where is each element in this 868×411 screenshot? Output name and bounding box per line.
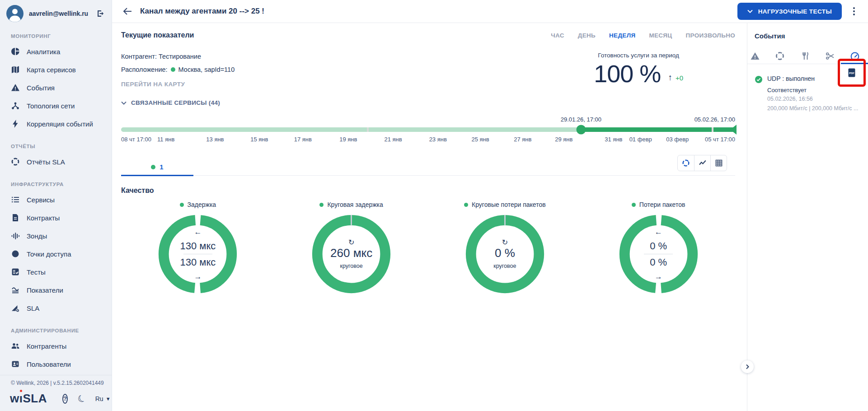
location-value: Москва, sapId=110 bbox=[178, 66, 235, 73]
period-tab-week[interactable]: НЕДЕЛЯ bbox=[609, 32, 635, 39]
round-trip-delay-value: 260 мкс bbox=[330, 246, 372, 260]
tick-label: 15 янв bbox=[250, 136, 268, 143]
maintenance-tab-icon[interactable] bbox=[799, 50, 811, 62]
sidebar-item-topology[interactable]: Топология сети bbox=[0, 97, 112, 115]
sidebar-item-analytics[interactable]: Аналитика bbox=[0, 42, 112, 61]
sidebar-item-indicators[interactable]: Показатели bbox=[0, 281, 112, 299]
active-tab-underline bbox=[121, 175, 193, 176]
sidebar-item-counterparties[interactable]: Контрагенты bbox=[0, 337, 112, 355]
quality-section-title: Качество bbox=[121, 187, 735, 195]
annotation-highlight-box: PDF bbox=[838, 59, 866, 87]
sla-events-tab-icon[interactable] bbox=[774, 50, 786, 62]
scissors-tab-icon[interactable] bbox=[824, 50, 836, 62]
checklist-icon bbox=[11, 267, 20, 276]
related-services-toggle[interactable]: СВЯЗАННЫЕ СЕРВИСЫ (44) bbox=[121, 99, 735, 106]
events-panel: События bbox=[747, 23, 868, 411]
tick-label: 21 янв bbox=[384, 136, 402, 143]
help-icon[interactable]: ? bbox=[62, 394, 68, 404]
donut-round-trip-delay: Круговая задержка ↻ 260 мкс круговое bbox=[275, 201, 428, 294]
dark-mode-moon-icon[interactable]: ☾ bbox=[76, 392, 88, 406]
delay-forward-value: 130 мкс bbox=[180, 240, 216, 252]
kebab-menu-icon[interactable] bbox=[848, 5, 860, 18]
trend-up-arrow-icon: ↑ bbox=[668, 73, 672, 83]
service-tab-1[interactable]: 1 bbox=[121, 159, 193, 175]
tick-label: 08 чт 17:00 bbox=[121, 136, 151, 143]
svg-text:PDF: PDF bbox=[849, 72, 854, 75]
slider-tick-labels: 08 чт 17:00 11 янв 13 янв 15 янв 17 янв … bbox=[121, 136, 735, 144]
track-notch bbox=[367, 127, 369, 132]
sidebar-item-tests[interactable]: Тесты bbox=[0, 263, 112, 281]
equalizer-icon bbox=[11, 231, 20, 240]
round-trip-icon: ↻ bbox=[502, 239, 508, 246]
event-status: Соответствует bbox=[767, 87, 861, 93]
quality-donuts: Задержка ← 130 мкс 130 мкс → bbox=[121, 201, 735, 294]
sidebar-item-label: Корреляция событий bbox=[27, 120, 93, 128]
lightning-icon bbox=[11, 119, 20, 128]
sidebar-item-label: Аналитика bbox=[27, 48, 60, 56]
map-icon bbox=[11, 65, 20, 74]
waves-icon bbox=[11, 285, 20, 294]
event-throughput: 200,000 Мбит/с | 200,000 Мбит/с ... bbox=[767, 105, 861, 112]
success-check-icon bbox=[755, 75, 763, 112]
chevron-down-icon bbox=[747, 9, 753, 13]
period-tab-custom[interactable]: ПРОИЗВОЛЬНО bbox=[686, 32, 736, 39]
service-tab-label: 1 bbox=[160, 163, 163, 171]
events-title: События bbox=[755, 32, 861, 40]
event-timestamp: 05.02.2026, 16:56 bbox=[767, 95, 861, 103]
chart-view-button[interactable] bbox=[694, 155, 710, 171]
sidebar-item-label: Сервисы bbox=[27, 196, 55, 204]
refresh-button[interactable] bbox=[678, 155, 694, 171]
slider-right-handle[interactable] bbox=[730, 125, 737, 135]
sidebar-item-service-map[interactable]: Карта сервисов bbox=[0, 61, 112, 79]
sidebar-item-events[interactable]: События bbox=[0, 79, 112, 97]
period-tab-day[interactable]: ДЕНЬ bbox=[578, 32, 596, 39]
tick-label: 23 янв bbox=[429, 136, 447, 143]
period-tab-hour[interactable]: ЧАС bbox=[551, 32, 564, 39]
slider-track[interactable] bbox=[121, 127, 735, 132]
selection-start-label: 29.01.26, 17:00 bbox=[561, 116, 601, 123]
dashed-circle-icon bbox=[11, 157, 20, 166]
table-view-button[interactable] bbox=[710, 155, 727, 171]
view-switcher bbox=[677, 155, 727, 171]
logout-icon[interactable] bbox=[96, 9, 105, 18]
alerts-tab-warning-icon[interactable] bbox=[749, 50, 761, 62]
user-row[interactable]: aavrelin@wellink.ru bbox=[0, 5, 112, 23]
round-trip-icon: ↻ bbox=[348, 239, 354, 246]
language-selector[interactable]: Ru ▼ bbox=[95, 395, 111, 402]
slider-left-handle[interactable] bbox=[576, 125, 586, 135]
collapse-panel-button[interactable] bbox=[741, 360, 754, 373]
period-tab-month[interactable]: МЕСЯЦ bbox=[649, 32, 672, 39]
arrow-right-icon: → bbox=[194, 273, 202, 280]
section-title-monitoring: МОНИТОРИНГ bbox=[0, 33, 112, 39]
go-to-map-link[interactable]: ПЕРЕЙТИ НА КАРТУ bbox=[121, 81, 594, 88]
language-label: Ru bbox=[95, 395, 103, 402]
people-icon bbox=[11, 341, 20, 350]
back-arrow-icon[interactable] bbox=[122, 6, 132, 16]
sidebar-item-probes[interactable]: Зонды bbox=[0, 227, 112, 245]
pdf-download-icon[interactable]: PDF bbox=[846, 67, 857, 78]
sidebar-item-contracts[interactable]: Контракты bbox=[0, 209, 112, 227]
delay-back-value: 130 мкс bbox=[180, 256, 216, 269]
sidebar-item-sla[interactable]: SLA bbox=[0, 299, 112, 317]
sidebar-item-sla-reports[interactable]: Отчёты SLA bbox=[0, 153, 112, 171]
arrow-left-icon: ← bbox=[194, 228, 202, 236]
legend-dot bbox=[632, 203, 636, 207]
user-card-icon bbox=[11, 360, 20, 369]
load-tests-button[interactable]: НАГРУЗОЧНЫЕ ТЕСТЫ bbox=[737, 3, 842, 20]
tick-label: 11 янв bbox=[157, 136, 174, 143]
sidebar-item-event-correlation[interactable]: Корреляция событий bbox=[0, 115, 112, 133]
tick-label: 19 янв bbox=[339, 136, 357, 143]
sidebar-item-users[interactable]: Пользователи bbox=[0, 355, 112, 373]
sidebar-item-label: Карта сервисов bbox=[27, 66, 76, 74]
tick-label: 17 янв bbox=[294, 136, 312, 143]
sidebar-item-access-points[interactable]: Точки доступа bbox=[0, 245, 112, 263]
sidebar-item-services[interactable]: Сервисы bbox=[0, 191, 112, 209]
location-line: Расположение: Москва, sapId=110 bbox=[121, 66, 594, 73]
analytics-icon bbox=[11, 47, 20, 56]
arrow-left-icon: ← bbox=[655, 228, 662, 236]
page-title: Канал между агентами 20 --> 25 ! bbox=[140, 7, 264, 16]
sidebar: aavrelin@wellink.ru МОНИТОРИНГ Аналитика… bbox=[0, 0, 112, 411]
copyright-text: © Wellink, 2026 | v.5.2.15.2602041449 bbox=[7, 380, 104, 386]
sidebar-item-label: Контрагенты bbox=[27, 342, 66, 350]
sidebar-footer: © Wellink, 2026 | v.5.2.15.2602041449 wı… bbox=[0, 375, 112, 411]
